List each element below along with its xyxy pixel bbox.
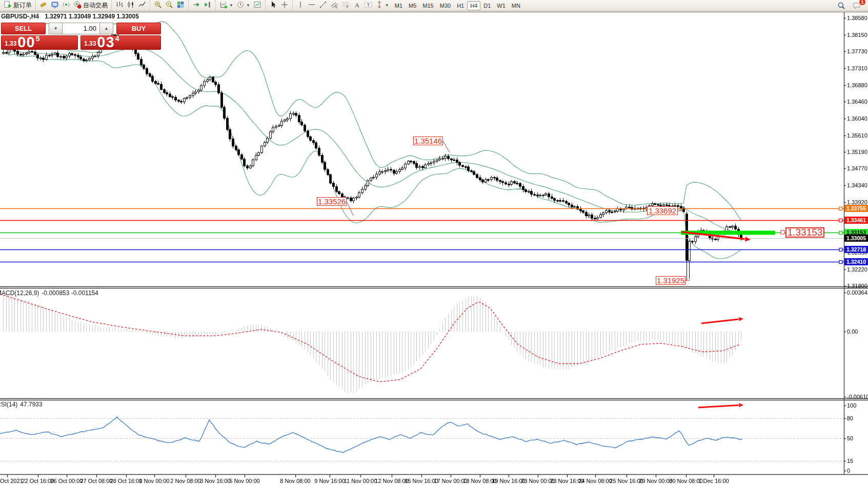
price-callout[interactable]: 1.35146 xyxy=(413,137,443,145)
timeframe-H4[interactable]: H4 xyxy=(467,1,480,10)
timeframe-MN[interactable]: MN xyxy=(509,1,523,10)
chart-candles-button[interactable] xyxy=(125,1,136,11)
date-axis-label: 29 Nov 00:00 xyxy=(639,478,672,484)
price-axis-tick: 1.34770 xyxy=(847,165,867,171)
tiles-icon xyxy=(176,1,185,10)
zoom-out-button[interactable] xyxy=(164,1,175,11)
bid-price-pip: 5 xyxy=(36,34,40,43)
zoom-in-icon xyxy=(154,1,162,10)
chevron-down-icon: ▼ xyxy=(229,4,233,8)
new-chart-icon xyxy=(219,1,228,10)
date-axis-label: 22 Oct 16:00 xyxy=(22,478,54,484)
chart-shift-button[interactable] xyxy=(202,1,213,11)
macd-label: MACD(12,26,9)-0.000853 -0.001154 xyxy=(0,289,98,297)
arrows-button[interactable]: ▼ xyxy=(374,1,391,11)
date-axis-label: 23 Nov 00:00 xyxy=(521,478,554,484)
timeframe-M30[interactable]: M30 xyxy=(437,1,454,10)
experts-icon xyxy=(51,1,59,10)
signals-icon xyxy=(62,1,70,10)
crosshair-icon xyxy=(280,1,289,10)
svg-text:E: E xyxy=(335,5,338,9)
timeframe-H1[interactable]: H1 xyxy=(454,1,467,10)
ohlc-values: 1.32971 1.33049 1.32949 1.33005 xyxy=(45,13,139,20)
timeframe-W1[interactable]: W1 xyxy=(494,1,509,10)
price-axis-tick: 1.34340 xyxy=(847,182,867,188)
svg-text:A: A xyxy=(355,2,359,9)
date-axis-label: 30 Nov 08:00 xyxy=(669,478,702,484)
date-axis-label: 25 Nov 16:00 xyxy=(610,478,643,484)
lot-decrease-button[interactable]: ▼ xyxy=(49,23,62,34)
price-callout[interactable]: 1.33153 xyxy=(785,227,824,238)
date-axis-label: 15 Nov 16:00 xyxy=(405,478,438,484)
experts-button[interactable] xyxy=(49,1,60,11)
new-order-label: 新订单 xyxy=(13,1,32,10)
hline-icon xyxy=(308,1,316,10)
timeframe-M15[interactable]: M15 xyxy=(419,1,436,10)
chart-props-button[interactable] xyxy=(252,1,263,11)
sell-button[interactable]: SELL xyxy=(1,23,46,34)
auto-scroll-button[interactable] xyxy=(191,1,202,11)
date-axis-label: 24 Nov 08:00 xyxy=(578,478,612,484)
ask-price[interactable]: 1.33 03 4 xyxy=(80,35,161,50)
price-callout[interactable]: 1.31925 xyxy=(656,276,685,285)
vline-button[interactable] xyxy=(295,1,306,11)
price-line-label: 1.32410 xyxy=(844,258,868,265)
new-chart-button[interactable]: ▼ xyxy=(218,1,235,11)
svg-text:T: T xyxy=(367,3,370,8)
price-axis-tick: 1.31800 xyxy=(847,283,867,289)
crosshair-button[interactable] xyxy=(279,1,290,11)
vline-icon xyxy=(296,1,305,10)
channel-button[interactable]: E xyxy=(329,1,340,11)
cursor-button[interactable] xyxy=(268,1,279,11)
text-a-button[interactable]: A xyxy=(351,1,362,11)
price-axis-tick: 1.35190 xyxy=(847,149,867,155)
pencil-button[interactable] xyxy=(38,1,49,11)
cursor-icon xyxy=(269,1,277,10)
timeframe-M5[interactable]: M5 xyxy=(406,1,419,10)
autotrading-button[interactable]: 自动交易 xyxy=(72,1,109,11)
price-axis-tick: 1.37310 xyxy=(847,65,867,71)
date-axis-label: 5 Nov 00:00 xyxy=(229,478,259,484)
price-callout[interactable]: 1.33526 xyxy=(317,197,347,206)
date-axis-label: Oct 2021 xyxy=(0,478,23,484)
arrows-icon xyxy=(375,1,383,10)
buy-button[interactable]: BUY xyxy=(116,23,161,34)
svg-text:F: F xyxy=(347,5,349,9)
price-axis-tick: 1.33920 xyxy=(847,199,867,205)
price-axis-tick: 1.36880 xyxy=(847,82,867,88)
date-axis-label: 8 Nov 08:00 xyxy=(280,478,310,484)
price-line-label: 1.33461 xyxy=(844,217,868,224)
chat-icon[interactable]: 1 xyxy=(851,1,862,11)
date-axis-label: 1 Nov 00:00 xyxy=(139,478,169,484)
lot-increase-button[interactable]: ▲ xyxy=(100,23,113,34)
clock-button[interactable]: ▼ xyxy=(235,1,252,11)
chart-bars-button[interactable] xyxy=(114,1,125,11)
timeframe-D1[interactable]: D1 xyxy=(480,1,494,10)
rsi-axis-tick: 50 xyxy=(847,435,853,441)
search-icon[interactable] xyxy=(836,1,847,11)
price-callout[interactable]: 1.33692 xyxy=(647,206,678,215)
tiles-button[interactable] xyxy=(175,1,186,11)
price-axis-tick: 1.38580 xyxy=(847,15,867,21)
chart-canvas[interactable] xyxy=(0,0,868,485)
date-axis-label: 1 Dec 16:00 xyxy=(698,478,729,484)
hline-button[interactable] xyxy=(306,1,317,11)
date-axis-label: 26 Oct 00:00 xyxy=(51,478,83,484)
date-axis-label: 2 Nov 08:00 xyxy=(170,478,200,484)
rsi-axis-tick: 80 xyxy=(847,415,853,421)
lot-size-input[interactable] xyxy=(62,23,100,34)
price-line-label: 1.33005 xyxy=(844,235,868,242)
chart-bars-icon xyxy=(115,1,124,10)
price-axis-tick: 1.36460 xyxy=(847,99,867,105)
tline-button[interactable] xyxy=(317,1,329,11)
chart-line-button[interactable] xyxy=(136,1,148,11)
bid-price-prefix: 1.33 xyxy=(5,40,16,47)
fibo-button[interactable]: F xyxy=(340,1,351,11)
signals-button[interactable] xyxy=(60,1,72,11)
bid-price[interactable]: 1.33 00 5 xyxy=(1,35,78,50)
label-t-button[interactable]: T xyxy=(362,1,374,11)
new-order-button[interactable]: 新订单 xyxy=(2,1,33,11)
timeframe-M1[interactable]: M1 xyxy=(392,1,406,10)
chart-shift-icon xyxy=(204,1,212,10)
zoom-in-button[interactable] xyxy=(152,1,164,11)
